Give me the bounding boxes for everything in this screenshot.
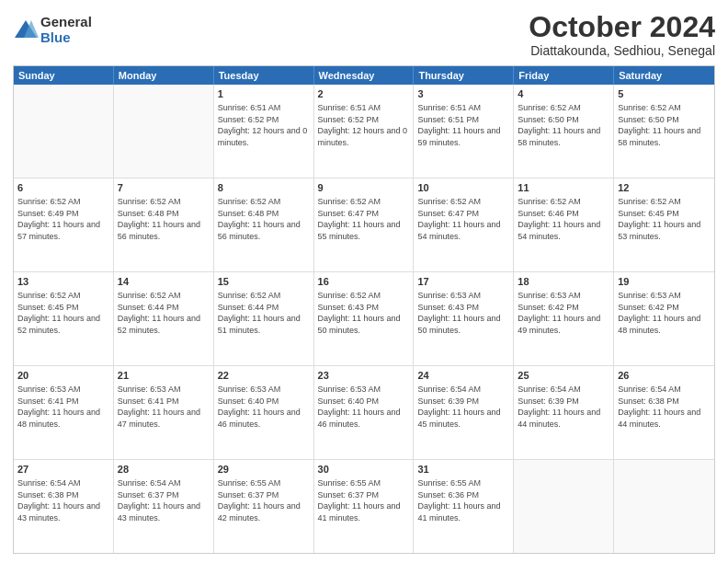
calendar-day-22: 22Sunrise: 6:53 AMSunset: 6:40 PMDayligh… (214, 366, 314, 459)
calendar-day-5: 5Sunrise: 6:52 AMSunset: 6:50 PMDaylight… (614, 85, 714, 178)
calendar-day-18: 18Sunrise: 6:53 AMSunset: 6:42 PMDayligh… (514, 272, 614, 365)
day-number: 29 (218, 463, 310, 477)
day-number: 20 (17, 369, 109, 383)
calendar-day-25: 25Sunrise: 6:54 AMSunset: 6:39 PMDayligh… (514, 366, 614, 459)
cell-detail: Sunrise: 6:52 AMSunset: 6:43 PMDaylight:… (318, 290, 410, 336)
calendar-day-4: 4Sunrise: 6:52 AMSunset: 6:50 PMDaylight… (514, 85, 614, 178)
calendar-empty-cell (114, 85, 214, 178)
day-number: 8 (218, 181, 310, 195)
cell-detail: Sunrise: 6:53 AMSunset: 6:42 PMDaylight:… (518, 290, 609, 336)
calendar-day-24: 24Sunrise: 6:54 AMSunset: 6:39 PMDayligh… (414, 366, 514, 459)
cell-detail: Sunrise: 6:52 AMSunset: 6:50 PMDaylight:… (518, 102, 609, 148)
cell-detail: Sunrise: 6:53 AMSunset: 6:40 PMDaylight:… (318, 384, 410, 430)
cell-detail: Sunrise: 6:52 AMSunset: 6:48 PMDaylight:… (218, 196, 310, 242)
calendar-day-15: 15Sunrise: 6:52 AMSunset: 6:44 PMDayligh… (214, 272, 314, 365)
logo-icon (13, 17, 39, 43)
calendar: SundayMondayTuesdayWednesdayThursdayFrid… (13, 65, 715, 554)
day-number: 14 (118, 275, 210, 289)
cell-detail: Sunrise: 6:53 AMSunset: 6:41 PMDaylight:… (17, 384, 109, 430)
cell-detail: Sunrise: 6:52 AMSunset: 6:47 PMDaylight:… (318, 196, 410, 242)
cell-detail: Sunrise: 6:54 AMSunset: 6:39 PMDaylight:… (518, 384, 609, 430)
cell-detail: Sunrise: 6:53 AMSunset: 6:40 PMDaylight:… (218, 384, 310, 430)
calendar-day-12: 12Sunrise: 6:52 AMSunset: 6:45 PMDayligh… (614, 178, 714, 271)
cell-detail: Sunrise: 6:54 AMSunset: 6:37 PMDaylight:… (118, 477, 210, 523)
calendar-body: 1Sunrise: 6:51 AMSunset: 6:52 PMDaylight… (14, 85, 714, 553)
calendar-empty-cell (614, 460, 714, 553)
day-number: 12 (618, 181, 711, 195)
calendar-day-29: 29Sunrise: 6:55 AMSunset: 6:37 PMDayligh… (214, 460, 314, 553)
logo-text: General Blue (40, 15, 92, 45)
day-number: 25 (518, 369, 609, 383)
cell-detail: Sunrise: 6:52 AMSunset: 6:49 PMDaylight:… (17, 196, 109, 242)
calendar-week-1: 1Sunrise: 6:51 AMSunset: 6:52 PMDaylight… (14, 85, 714, 178)
calendar-day-26: 26Sunrise: 6:54 AMSunset: 6:38 PMDayligh… (614, 366, 714, 459)
calendar-week-3: 13Sunrise: 6:52 AMSunset: 6:45 PMDayligh… (14, 272, 714, 366)
calendar-day-7: 7Sunrise: 6:52 AMSunset: 6:48 PMDaylight… (114, 178, 214, 271)
day-number: 15 (218, 275, 310, 289)
cell-detail: Sunrise: 6:53 AMSunset: 6:41 PMDaylight:… (118, 384, 210, 430)
calendar-day-27: 27Sunrise: 6:54 AMSunset: 6:38 PMDayligh… (14, 460, 114, 553)
logo-general: General (40, 15, 92, 30)
calendar-day-8: 8Sunrise: 6:52 AMSunset: 6:48 PMDaylight… (214, 178, 314, 271)
cell-detail: Sunrise: 6:52 AMSunset: 6:50 PMDaylight:… (618, 102, 711, 148)
logo-blue: Blue (40, 30, 92, 46)
calendar-day-16: 16Sunrise: 6:52 AMSunset: 6:43 PMDayligh… (314, 272, 415, 365)
calendar-day-3: 3Sunrise: 6:51 AMSunset: 6:51 PMDaylight… (414, 85, 514, 178)
day-number: 26 (618, 369, 711, 383)
calendar-day-6: 6Sunrise: 6:52 AMSunset: 6:49 PMDaylight… (14, 178, 114, 271)
cell-detail: Sunrise: 6:51 AMSunset: 6:51 PMDaylight:… (417, 102, 509, 148)
calendar-day-17: 17Sunrise: 6:53 AMSunset: 6:43 PMDayligh… (414, 272, 514, 365)
calendar-week-5: 27Sunrise: 6:54 AMSunset: 6:38 PMDayligh… (14, 460, 714, 553)
day-number: 22 (218, 369, 310, 383)
day-number: 24 (417, 369, 509, 383)
calendar-day-19: 19Sunrise: 6:53 AMSunset: 6:42 PMDayligh… (614, 272, 714, 365)
header-day-thursday: Thursday (414, 66, 514, 85)
day-number: 27 (17, 463, 109, 477)
cell-detail: Sunrise: 6:52 AMSunset: 6:44 PMDaylight:… (218, 290, 310, 336)
calendar-day-28: 28Sunrise: 6:54 AMSunset: 6:37 PMDayligh… (114, 460, 214, 553)
cell-detail: Sunrise: 6:52 AMSunset: 6:46 PMDaylight:… (518, 196, 609, 242)
cell-detail: Sunrise: 6:55 AMSunset: 6:36 PMDaylight:… (417, 477, 509, 523)
calendar-day-14: 14Sunrise: 6:52 AMSunset: 6:44 PMDayligh… (114, 272, 214, 365)
calendar-empty-cell (14, 85, 114, 178)
logo: General Blue (13, 15, 92, 45)
calendar-day-31: 31Sunrise: 6:55 AMSunset: 6:36 PMDayligh… (414, 460, 514, 553)
calendar-day-11: 11Sunrise: 6:52 AMSunset: 6:46 PMDayligh… (514, 178, 614, 271)
cell-detail: Sunrise: 6:55 AMSunset: 6:37 PMDaylight:… (318, 477, 410, 523)
cell-detail: Sunrise: 6:52 AMSunset: 6:47 PMDaylight:… (417, 196, 509, 242)
cell-detail: Sunrise: 6:52 AMSunset: 6:45 PMDaylight:… (618, 196, 711, 242)
day-number: 18 (518, 275, 609, 289)
calendar-day-9: 9Sunrise: 6:52 AMSunset: 6:47 PMDaylight… (314, 178, 415, 271)
day-number: 5 (618, 87, 711, 101)
day-number: 6 (17, 181, 109, 195)
calendar-day-13: 13Sunrise: 6:52 AMSunset: 6:45 PMDayligh… (14, 272, 114, 365)
cell-detail: Sunrise: 6:53 AMSunset: 6:43 PMDaylight:… (417, 290, 509, 336)
cell-detail: Sunrise: 6:54 AMSunset: 6:38 PMDaylight:… (17, 477, 109, 523)
day-number: 11 (518, 181, 609, 195)
day-number: 31 (417, 463, 509, 477)
day-number: 10 (417, 181, 509, 195)
header: General Blue October 2024 Diattakounda, … (13, 11, 715, 58)
day-number: 30 (318, 463, 410, 477)
cell-detail: Sunrise: 6:51 AMSunset: 6:52 PMDaylight:… (318, 102, 410, 148)
cell-detail: Sunrise: 6:51 AMSunset: 6:52 PMDaylight:… (218, 102, 310, 148)
day-number: 19 (618, 275, 711, 289)
calendar-day-20: 20Sunrise: 6:53 AMSunset: 6:41 PMDayligh… (14, 366, 114, 459)
day-number: 7 (118, 181, 210, 195)
day-number: 1 (218, 87, 310, 101)
day-number: 13 (17, 275, 109, 289)
header-day-sunday: Sunday (14, 66, 114, 85)
calendar-day-21: 21Sunrise: 6:53 AMSunset: 6:41 PMDayligh… (114, 366, 214, 459)
cell-detail: Sunrise: 6:55 AMSunset: 6:37 PMDaylight:… (218, 477, 310, 523)
header-day-saturday: Saturday (614, 66, 714, 85)
header-day-monday: Monday (114, 66, 214, 85)
calendar-day-2: 2Sunrise: 6:51 AMSunset: 6:52 PMDaylight… (314, 85, 415, 178)
title-location: Diattakounda, Sedhiou, Senegal (529, 43, 715, 58)
day-number: 4 (518, 87, 609, 101)
day-number: 16 (318, 275, 410, 289)
cell-detail: Sunrise: 6:54 AMSunset: 6:38 PMDaylight:… (618, 384, 711, 430)
calendar-day-30: 30Sunrise: 6:55 AMSunset: 6:37 PMDayligh… (314, 460, 415, 553)
cell-detail: Sunrise: 6:52 AMSunset: 6:45 PMDaylight:… (17, 290, 109, 336)
calendar-day-10: 10Sunrise: 6:52 AMSunset: 6:47 PMDayligh… (414, 178, 514, 271)
day-number: 9 (318, 181, 410, 195)
